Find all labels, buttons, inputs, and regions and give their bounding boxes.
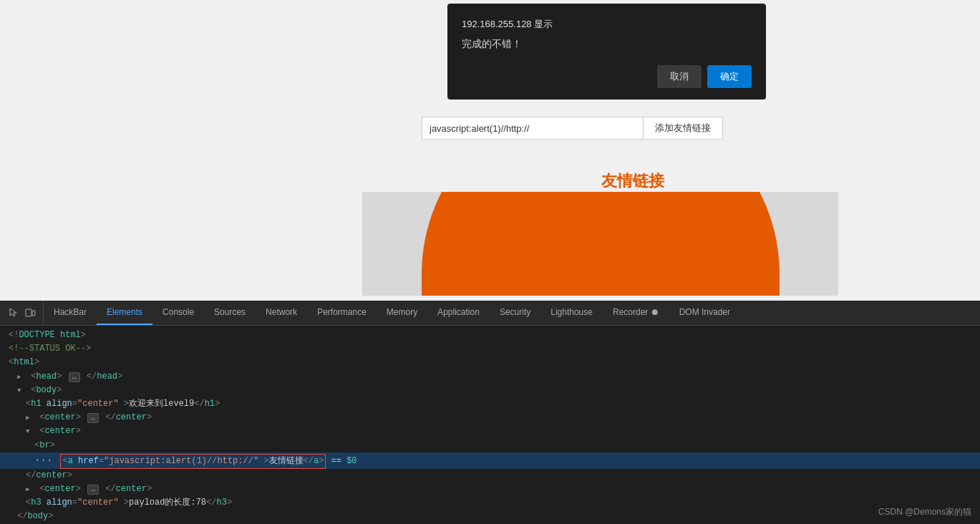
tab-elements[interactable]: Elements <box>97 301 152 325</box>
collapse-head[interactable] <box>17 370 26 384</box>
alert-dialog: 192.168.255.128 显示 完成的不错！ 取消 确定 <box>447 4 766 100</box>
code-line-center-2-close: </center> <box>0 469 980 482</box>
collapse-center1[interactable] <box>26 411 34 424</box>
code-line-body-close: </body> <box>0 510 980 523</box>
devtools-panel: HackBar Elements Console Sources Network… <box>0 301 980 524</box>
page-content: 192.168.255.128 显示 完成的不错！ 取消 确定 添加友情链接 友… <box>0 0 980 301</box>
collapse-center2[interactable] <box>26 424 34 438</box>
friend-links-heading: 友情链接 <box>422 170 844 192</box>
code-line-body-open: <body> <box>0 384 980 397</box>
code-line-center-1: <center> … </center> <box>0 411 980 424</box>
code-line-comment: <!--STATUS OK--> <box>0 342 980 356</box>
tab-memory[interactable]: Memory <box>377 301 427 325</box>
devtools-toolbar: HackBar Elements Console Sources Network… <box>0 301 980 326</box>
devtools-elements-panel[interactable]: <!DOCTYPE html> <!--STATUS OK--> <html> … <box>0 326 980 524</box>
tab-hackbar[interactable]: HackBar <box>44 301 97 325</box>
code-line-h3: <h3 align="center" >payload的长度:78</h3> <box>0 496 980 510</box>
code-line-h1: <h1 align="center" >欢迎来到level9</h1> <box>0 397 980 411</box>
devtools-icon-buttons <box>0 301 44 325</box>
ellipsis-head[interactable]: … <box>69 372 80 382</box>
code-line-center-3: <center> … </center> <box>0 482 980 496</box>
code-line-head: <head> … </head> <box>0 370 980 384</box>
selected-element: <a href="javascript:alert(1)//http://" >… <box>60 454 326 469</box>
add-link-button[interactable]: 添加友情链接 <box>644 117 723 140</box>
code-line-doctype: <!DOCTYPE html> <box>0 329 980 342</box>
tab-recorder[interactable]: Recorder ⏺ <box>603 301 669 325</box>
collapse-center3[interactable] <box>26 482 34 496</box>
code-line-center-2-open: <center> <box>0 424 980 438</box>
dialog-message: 完成的不错！ <box>462 38 752 51</box>
cancel-button[interactable]: 取消 <box>657 65 702 88</box>
device-toolbar-icon[interactable] <box>23 306 37 320</box>
ellipsis-center3[interactable]: … <box>87 485 99 495</box>
svg-rect-0 <box>26 309 31 316</box>
tab-application[interactable]: Application <box>427 301 490 325</box>
tab-network[interactable]: Network <box>256 301 307 325</box>
friend-link-input-area: 添加友情链接 <box>422 117 723 140</box>
devtools-tabs: HackBar Elements Console Sources Network… <box>44 301 980 325</box>
orange-circle <box>422 192 780 296</box>
dialog-buttons: 取消 确定 <box>462 65 752 88</box>
watermark: CSDN @Demons家的猫 <box>878 506 971 518</box>
code-line-html: <html> <box>0 356 980 369</box>
tab-lighthouse[interactable]: Lighthouse <box>540 301 603 325</box>
tab-security[interactable]: Security <box>490 301 540 325</box>
code-line-selected[interactable]: ··· <a href="javascript:alert(1)//http:/… <box>0 452 980 469</box>
inspect-icon[interactable] <box>6 306 20 320</box>
svg-rect-1 <box>32 311 35 316</box>
url-input[interactable] <box>422 117 644 140</box>
tab-sources[interactable]: Sources <box>204 301 256 325</box>
three-dots-icon[interactable]: ··· <box>34 452 52 468</box>
collapse-body[interactable] <box>17 384 26 397</box>
ellipsis-center1[interactable]: … <box>87 413 99 423</box>
tab-dom-invader[interactable]: DOM Invader <box>669 301 740 325</box>
code-line-br: <br> <box>0 439 980 452</box>
image-area <box>362 192 838 296</box>
dialog-title: 192.168.255.128 显示 <box>462 18 752 31</box>
confirm-button[interactable]: 确定 <box>707 65 752 88</box>
tab-performance[interactable]: Performance <box>307 301 377 325</box>
tab-console[interactable]: Console <box>152 301 204 325</box>
